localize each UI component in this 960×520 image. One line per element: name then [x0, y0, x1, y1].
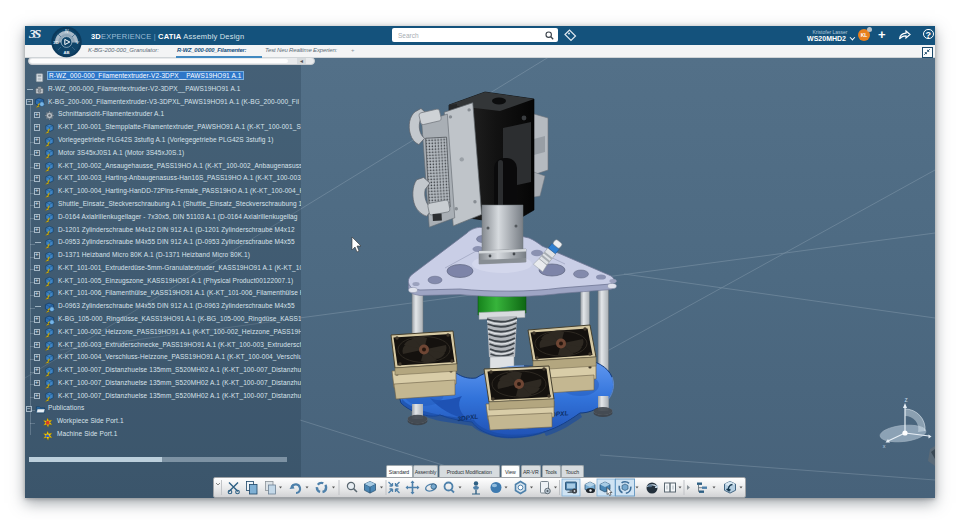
svg-text:x: x — [883, 443, 886, 449]
svg-text:AB: AB — [63, 50, 69, 55]
svg-text:z: z — [904, 396, 907, 403]
svg-text:3D: 3D — [53, 40, 58, 45]
svg-text:N: N — [65, 28, 69, 34]
